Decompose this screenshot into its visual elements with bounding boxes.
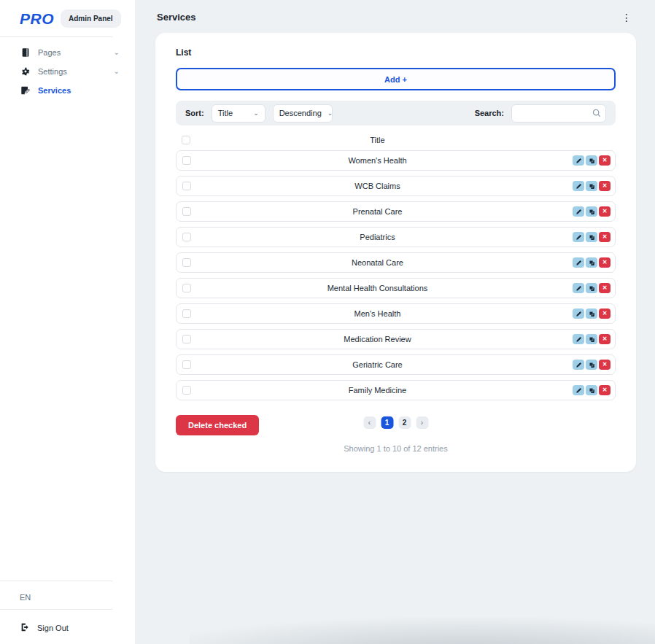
copy-button[interactable] [586,385,597,395]
edit-button[interactable] [573,334,584,344]
sidebar: PRO Admin Panel Pages ⌄ Settings ⌄ [0,0,130,644]
sign-out-icon [20,622,30,634]
delete-row-button[interactable]: ✕ [599,385,611,395]
copy-button[interactable] [586,360,597,370]
delete-row-button[interactable]: ✕ [599,181,611,191]
sort-direction-select[interactable]: Descending ⌄ [273,104,333,123]
copy-icon [589,285,595,292]
table-header-row: Title [176,131,616,149]
copy-icon [589,311,595,317]
toolbar: Sort: Title ⌄ Descending ⌄ Search: [176,101,616,125]
pencil-icon [575,285,582,292]
table-body: Women's Health ✕ WCB Claims ✕ Prenatal C… [176,150,616,400]
card-title: List [176,47,616,58]
edit-button[interactable] [573,155,584,166]
pencil-icon [575,158,582,164]
copy-button[interactable] [586,334,597,344]
row-title: WCB Claims [201,182,554,190]
row-actions: ✕ [554,309,611,319]
pagination-page-2[interactable]: 2 [398,416,411,429]
sidebar-item-pages[interactable]: Pages ⌄ [0,43,130,62]
sort-field-select[interactable]: Title ⌄ [212,104,266,123]
row-title: Family Medicine [201,386,554,395]
row-checkbox[interactable] [182,386,191,395]
copy-button[interactable] [586,232,597,242]
row-checkbox[interactable] [182,360,191,369]
pencil-icon [575,183,582,190]
pagination-page-1[interactable]: 1 [381,416,393,429]
search-icon [592,108,602,118]
row-checkbox[interactable] [182,156,191,165]
row-title: Geriatric Care [201,360,554,369]
copy-button[interactable] [586,155,597,166]
delete-row-button[interactable]: ✕ [599,360,611,370]
row-checkbox[interactable] [182,207,191,216]
copy-button[interactable] [586,283,597,293]
sign-out-label: Sign Out [37,624,69,632]
sidebar-item-settings[interactable]: Settings ⌄ [0,62,130,81]
edit-note-icon [20,85,31,96]
table-row: Pediatrics ✕ [176,227,616,247]
copy-icon [589,336,595,343]
edit-button[interactable] [573,385,584,395]
table-row: Neonatal Care ✕ [176,252,616,273]
app-root: PRO Admin Panel Pages ⌄ Settings ⌄ [0,0,655,644]
language-switcher[interactable]: EN [0,587,130,608]
row-actions: ✕ [554,385,611,395]
row-actions: ✕ [554,283,611,293]
row-checkbox[interactable] [182,284,191,292]
delete-row-button[interactable]: ✕ [599,334,611,344]
copy-button[interactable] [586,309,597,319]
row-title: Mental Health Consultations [201,284,554,292]
main-area: Services ⋮ List Add + Sort: Title ⌄ Desc… [135,0,655,644]
select-all-checkbox[interactable] [182,136,190,144]
book-icon [20,47,31,58]
sidebar-item-label: Services [38,86,120,95]
pencil-icon [575,260,582,266]
copy-button[interactable] [586,206,597,217]
row-checkbox[interactable] [182,309,191,318]
kebab-menu-icon[interactable]: ⋮ [620,12,633,23]
delete-row-button[interactable]: ✕ [599,283,611,293]
sidebar-bottom: EN Sign Out [0,572,130,644]
edit-button[interactable] [573,257,584,268]
row-checkbox[interactable] [182,182,191,190]
row-actions: ✕ [554,155,611,166]
chevron-down-icon: ⌄ [114,68,120,75]
delete-row-button[interactable]: ✕ [599,309,611,319]
copy-button[interactable] [586,257,597,268]
copy-button[interactable] [586,181,597,191]
edit-button[interactable] [573,206,584,217]
delete-row-button[interactable]: ✕ [599,232,611,242]
sidebar-item-services[interactable]: Services [0,81,130,100]
row-actions: ✕ [554,232,611,242]
pencil-icon [575,209,582,215]
pagination-next-button[interactable]: › [416,416,428,429]
delete-row-button[interactable]: ✕ [599,155,611,166]
edit-button[interactable] [573,360,584,370]
edit-button[interactable] [573,232,584,242]
sign-out-button[interactable]: Sign Out [0,616,130,644]
list-card: List Add + Sort: Title ⌄ Descending ⌄ Se… [155,33,636,472]
delete-checked-button[interactable]: Delete checked [176,415,259,435]
sort-direction-value: Descending [279,109,322,117]
row-checkbox[interactable] [182,233,191,241]
row-checkbox[interactable] [182,335,191,344]
edit-button[interactable] [573,283,584,293]
delete-row-button[interactable]: ✕ [599,206,611,217]
row-checkbox[interactable] [182,258,191,267]
delete-row-button[interactable]: ✕ [599,257,611,268]
copy-icon [589,183,595,190]
copy-icon [589,362,595,368]
row-actions: ✕ [554,181,611,191]
edit-button[interactable] [573,181,584,191]
pagination-prev-button[interactable]: ‹ [363,416,376,429]
row-title: Medication Review [201,335,554,344]
table-row: Family Medicine ✕ [176,380,616,400]
pencil-icon [575,336,582,343]
brand-logo: PRO [20,10,54,28]
sidebar-nav: Pages ⌄ Settings ⌄ Services [0,43,130,100]
add-button[interactable]: Add + [176,68,616,90]
edit-button[interactable] [573,309,584,319]
table-row: Geriatric Care ✕ [176,354,616,375]
